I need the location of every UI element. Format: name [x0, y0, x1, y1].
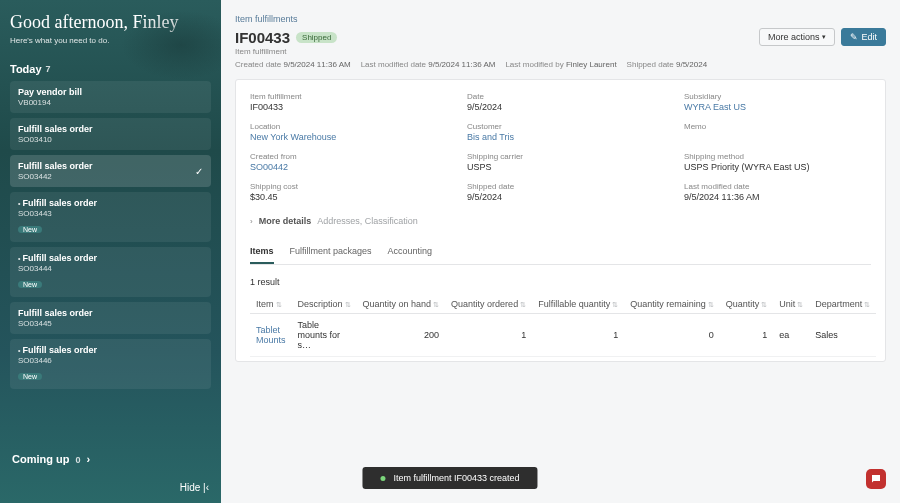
field-value[interactable]: New York Warehouse	[250, 132, 437, 142]
field: Date9/5/2024	[467, 92, 654, 112]
column-header[interactable]: Unit⇅	[773, 295, 809, 314]
status-badge: Shipped	[296, 32, 337, 43]
chat-fab[interactable]	[866, 469, 886, 489]
collapse-icon: |‹	[203, 482, 209, 493]
task-title: Pay vendor bill	[18, 87, 82, 97]
toast-message: Item fulfillment IF00433 created	[393, 473, 519, 483]
column-header[interactable]: Item⇅	[250, 295, 292, 314]
field-label: Shipping carrier	[467, 152, 654, 161]
sort-icon: ⇅	[520, 301, 526, 308]
task-item[interactable]: Fulfill sales orderSO03445	[10, 302, 211, 334]
task-title: Fulfill sales order	[22, 345, 97, 355]
more-actions-button[interactable]: More actions▾	[759, 28, 836, 46]
task-item[interactable]: Fulfill sales orderSO03410	[10, 118, 211, 150]
field: Last modified date9/5/2024 11:36 AM	[684, 182, 871, 202]
field: LocationNew York Warehouse	[250, 122, 437, 142]
field-label: Shipping method	[684, 152, 871, 161]
record-id: IF00433	[235, 29, 290, 46]
field: Shipping methodUSPS Priority (WYRA East …	[684, 152, 871, 172]
cell: ea	[773, 314, 809, 357]
task-title: Fulfill sales order	[18, 124, 93, 134]
item-link[interactable]: Tablet Mounts	[256, 325, 286, 345]
task-item[interactable]: •Fulfill sales orderSO03443New	[10, 192, 211, 242]
field-label: Subsidiary	[684, 92, 871, 101]
field-label: Customer	[467, 122, 654, 131]
cell: 0	[624, 314, 720, 357]
coming-up-header[interactable]: Coming up 0 ›	[12, 453, 90, 465]
more-details-label: More details	[259, 216, 312, 226]
sort-icon: ⇅	[276, 301, 282, 308]
task-id: SO03444	[18, 264, 203, 273]
task-title: Fulfill sales order	[18, 161, 93, 171]
chat-icon	[870, 473, 882, 485]
field: Shipping carrierUSPS	[467, 152, 654, 172]
field: Memo	[684, 122, 871, 142]
breadcrumb[interactable]: Item fulfillments	[235, 14, 298, 24]
coming-up-label: Coming up	[12, 453, 69, 465]
task-list: Pay vendor billVB00194Fulfill sales orde…	[10, 81, 211, 389]
field-value: USPS Priority (WYRA East US)	[684, 162, 871, 172]
table-row[interactable]: Tablet MountsTable mounts for s…2001101e…	[250, 314, 876, 357]
new-badge: New	[18, 373, 42, 380]
meta-item: Last modified date 9/5/2024 11:36 AM	[361, 60, 496, 69]
task-item[interactable]: Pay vendor billVB00194	[10, 81, 211, 113]
chevron-down-icon: ▾	[822, 33, 826, 41]
field: SubsidiaryWYRA East US	[684, 92, 871, 112]
cell: 1	[532, 314, 624, 357]
today-label: Today	[10, 63, 42, 75]
tab-accounting[interactable]: Accounting	[388, 242, 433, 264]
field-value: IF00433	[250, 102, 437, 112]
sort-icon: ⇅	[761, 301, 767, 308]
field-value[interactable]: Bis and Tris	[467, 132, 654, 142]
sidebar: Good afternoon, Finley Here's what you n…	[0, 0, 221, 503]
task-id: SO03442	[18, 172, 203, 181]
task-title: Fulfill sales order	[22, 198, 97, 208]
cell: Table mounts for s…	[292, 314, 357, 357]
field-label: Created from	[250, 152, 437, 161]
task-id: VB00194	[18, 98, 203, 107]
task-id: SO03446	[18, 356, 203, 365]
sort-icon: ⇅	[797, 301, 803, 308]
tab-items[interactable]: Items	[250, 242, 274, 264]
task-item[interactable]: •Fulfill sales orderSO03444New	[10, 247, 211, 297]
bullet-icon: •	[18, 347, 20, 354]
column-header[interactable]: Department⇅	[809, 295, 876, 314]
bullet-icon: •	[18, 200, 20, 207]
sort-icon: ⇅	[433, 301, 439, 308]
greeting: Good afternoon, Finley	[10, 12, 211, 33]
column-header[interactable]: Quantity ordered⇅	[445, 295, 532, 314]
field-label: Memo	[684, 122, 871, 131]
column-header[interactable]: Quantity on hand⇅	[357, 295, 446, 314]
column-header[interactable]: Quantity⇅	[720, 295, 774, 314]
chevron-right-icon: ›	[250, 217, 253, 226]
task-item[interactable]: •Fulfill sales orderSO03446New	[10, 339, 211, 389]
field-value[interactable]: SO00442	[250, 162, 437, 172]
field-value: USPS	[467, 162, 654, 172]
cell: 200	[357, 314, 446, 357]
tab-fulfillment-packages[interactable]: Fulfillment packages	[290, 242, 372, 264]
edit-button[interactable]: ✎Edit	[841, 28, 886, 46]
bullet-icon: •	[18, 255, 20, 262]
hide-sidebar-button[interactable]: Hide |‹	[180, 482, 209, 493]
audit-meta: Created date 9/5/2024 11:36 AMLast modif…	[235, 60, 886, 69]
sort-icon: ⇅	[864, 301, 870, 308]
new-badge: New	[18, 281, 42, 288]
meta-item: Created date 9/5/2024 11:36 AM	[235, 60, 351, 69]
new-badge: New	[18, 226, 42, 233]
cell: 1	[720, 314, 774, 357]
more-details-toggle[interactable]: › More details Addresses, Classification	[250, 216, 871, 226]
field: Item fulfillmentIF00433	[250, 92, 437, 112]
today-header[interactable]: Today 7	[10, 63, 211, 75]
toast-notification: Item fulfillment IF00433 created	[362, 467, 537, 489]
column-header[interactable]: Quantity remaining⇅	[624, 295, 720, 314]
field: CustomerBis and Tris	[467, 122, 654, 142]
task-item[interactable]: Fulfill sales orderSO03442	[10, 155, 211, 187]
field-value[interactable]: WYRA East US	[684, 102, 871, 112]
greeting-subtext: Here's what you need to do.	[10, 36, 211, 45]
sort-icon: ⇅	[708, 301, 714, 308]
column-header[interactable]: Fulfillable quantity⇅	[532, 295, 624, 314]
field-value: 9/5/2024	[467, 102, 654, 112]
column-header[interactable]: Description⇅	[292, 295, 357, 314]
field-label: Shipped date	[467, 182, 654, 191]
field-label: Shipping cost	[250, 182, 437, 191]
